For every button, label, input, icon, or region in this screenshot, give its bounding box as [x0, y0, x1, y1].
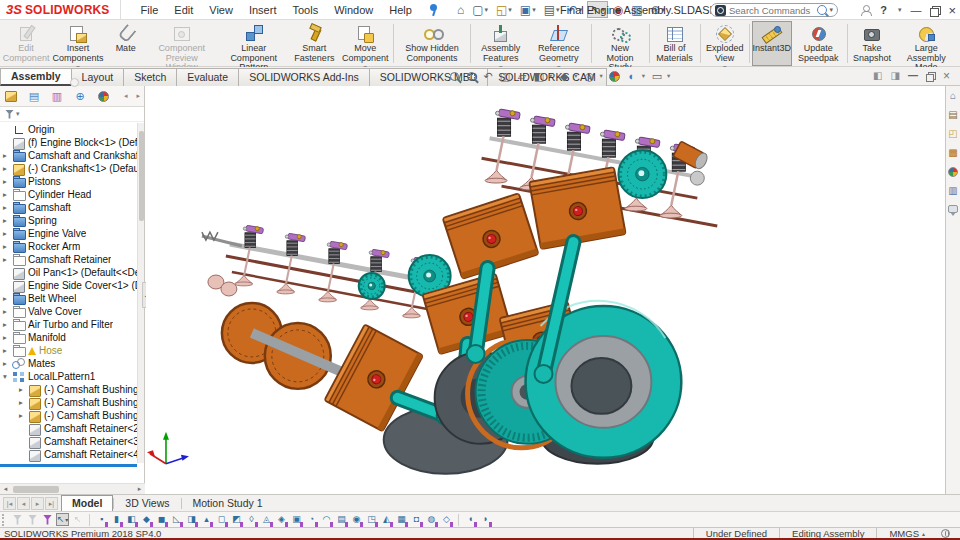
linear-component-pattern-button[interactable]: Linear Component Pattern▾: [218, 21, 290, 66]
tree-item-camshaft-bushing-2[interactable]: ▸(-) Camshaft Bushing<2>: [0, 383, 137, 396]
design-library-icon[interactable]: ▤: [948, 110, 957, 120]
menu-edit[interactable]: Edit: [166, 4, 201, 16]
scroll-right-icon[interactable]: ▸: [134, 485, 145, 493]
tree-item-air-turbo-and-filter[interactable]: ▸Air Turbo and Filter: [0, 318, 137, 331]
custom-properties-icon[interactable]: ▥: [948, 186, 957, 196]
tree-item-camshaft-retainer-4-de[interactable]: Camshaft Retainer<4> (De: [0, 448, 137, 461]
tree-item-origin[interactable]: Origin: [0, 123, 137, 136]
filter-balloons-icon[interactable]: ◇: [440, 513, 453, 526]
take-snapshot-button[interactable]: Take Snapshot: [849, 21, 894, 66]
search-icon[interactable]: [817, 5, 827, 15]
view-settings-icon[interactable]: ▭: [650, 69, 664, 83]
last-tab-button[interactable]: ▸|: [45, 497, 58, 510]
search-box[interactable]: ▾: [710, 3, 838, 17]
expand-closed-icon[interactable]: ▸: [3, 321, 12, 329]
tree-item-engine-side-cover-1-default[interactable]: Engine Side Cover<1> (Default: [0, 279, 137, 292]
tree-item-camshaft-retainer[interactable]: ▸Camshaft Retainer: [0, 253, 137, 266]
bill-of-materials-button[interactable]: Bill of Materials: [652, 21, 698, 66]
filter-sketch-points-icon[interactable]: ▴: [200, 513, 213, 526]
hide-face-icon[interactable]: ◖: [464, 513, 477, 526]
appearances-scenes-icon[interactable]: [948, 167, 958, 177]
tab-sketch[interactable]: Sketch: [123, 68, 177, 86]
split-pane-left-icon[interactable]: ◧: [873, 71, 882, 81]
timing-gear[interactable]: [618, 150, 666, 198]
scrollbar-thumb[interactable]: [13, 486, 59, 493]
filter-blocks-icon[interactable]: ◘: [410, 513, 423, 526]
filter-axes-icon[interactable]: ◺: [170, 513, 183, 526]
restore-button[interactable]: [930, 6, 939, 15]
expand-closed-icon[interactable]: ▸: [3, 191, 12, 199]
doc-minimize-button[interactable]: —: [908, 71, 918, 81]
open-button[interactable]: ◱▾: [493, 1, 515, 18]
previous-view-icon[interactable]: ↶: [481, 69, 495, 83]
first-tab-button[interactable]: |◂: [3, 497, 16, 510]
tree-item-cylinder-head[interactable]: ▸Cylinder Head: [0, 188, 137, 201]
dropdown-caret-icon[interactable]: ▾: [532, 6, 536, 14]
instant3d-button[interactable]: Instant3D: [752, 21, 792, 66]
tab-solidworks-add-ins[interactable]: SOLIDWORKS Add-Ins: [238, 68, 370, 86]
filter-edges-icon[interactable]: ▮: [110, 513, 123, 526]
smart-fasteners-button[interactable]: Smart Fasteners: [290, 21, 339, 66]
dynamic-annotation-views-icon[interactable]: ▱: [515, 69, 529, 83]
expand-closed-icon[interactable]: ▸: [3, 308, 12, 316]
camshaft-rocker-assembly[interactable]: [202, 225, 454, 318]
section-view-icon[interactable]: ◫: [498, 69, 512, 83]
dropdown-caret-icon[interactable]: ▾: [574, 72, 577, 80]
solidworks-forum-icon[interactable]: [948, 205, 958, 213]
minimize-button[interactable]: —: [910, 5, 921, 16]
graphics-viewport[interactable]: [146, 86, 945, 494]
close-button[interactable]: ×: [948, 4, 956, 17]
zoom-to-area-icon[interactable]: [464, 69, 478, 83]
filter-dropdown-icon[interactable]: ▾: [16, 110, 20, 118]
expand-closed-icon[interactable]: ▸: [3, 243, 12, 251]
filter-cosmetic-threads-icon[interactable]: ◬: [260, 513, 273, 526]
exploded-view-button[interactable]: Exploded View▾: [702, 21, 747, 66]
large-assembly-mode-button[interactable]: Large Assembly Mode: [895, 21, 959, 66]
filter-midpoints-icon[interactable]: ◩: [230, 513, 243, 526]
insert-components-button[interactable]: Insert Components▾: [50, 21, 105, 66]
tree-item-mates[interactable]: ▸Mates: [0, 357, 137, 370]
tree-item-oil-pan-1-default-default[interactable]: Oil Pan<1> (Default<<Default: [0, 266, 137, 279]
model-tab-motion-study-1[interactable]: Motion Study 1: [182, 495, 274, 511]
filter-hatch-icon[interactable]: ▦: [395, 513, 408, 526]
tree-item-camshaft-retainer-2-de[interactable]: Camshaft Retainer<2> (De: [0, 422, 137, 435]
tree-item-camshaft-bushing-3[interactable]: ▸(-) Camshaft Bushing<3>: [0, 396, 137, 409]
expand-closed-icon[interactable]: ▸: [3, 347, 12, 355]
edit-appearance-icon[interactable]: [608, 69, 622, 83]
select-secondary-icon[interactable]: ↖: [71, 513, 84, 526]
tree-item-rocker-arm[interactable]: ▸Rocker Arm: [0, 240, 137, 253]
expand-closed-icon[interactable]: ▸: [3, 204, 12, 212]
tree-item-manifold[interactable]: ▸Manifold: [0, 331, 137, 344]
expand-closed-icon[interactable]: ▸: [19, 386, 28, 394]
filter-datums-icon[interactable]: ◉: [350, 513, 363, 526]
user-account-icon[interactable]: [860, 5, 871, 16]
scrollbar-thumb[interactable]: [139, 131, 144, 221]
tree-item-pistons[interactable]: ▸Pistons: [0, 175, 137, 188]
filter-tables-icon[interactable]: ▤: [335, 513, 348, 526]
expand-closed-icon[interactable]: ▸: [19, 399, 28, 407]
toolbar-grip[interactable]: [2, 514, 6, 526]
tab-evaluate[interactable]: Evaluate: [176, 68, 239, 86]
split-pane-right-icon[interactable]: ◨: [891, 71, 900, 81]
select-arrow-icon[interactable]: ↖▾: [56, 513, 69, 526]
engine-assembly-model[interactable]: [146, 86, 945, 494]
filter-geometric-tolerances-icon[interactable]: ◭: [380, 513, 393, 526]
tab-featuremanager[interactable]: [4, 90, 18, 103]
search-input[interactable]: [726, 5, 817, 16]
tree-item-f-engine-block-1-default[interactable]: (f) Engine Block<1> (Default<-: [0, 136, 137, 149]
dropdown-caret-icon[interactable]: ▾: [508, 6, 512, 14]
tree-item-crankshaft-1-default-d[interactable]: ▸(-) Crankshaft<1> (Default<<D: [0, 162, 137, 175]
menu-tools[interactable]: Tools: [284, 4, 326, 16]
expand-closed-icon[interactable]: ▸: [3, 295, 12, 303]
menu-file[interactable]: File: [133, 4, 167, 16]
tree-item-camshaft-and-crankshaft-bush[interactable]: ▸Camshaft and Crankshaft Bush: [0, 149, 137, 162]
tab-assembly[interactable]: Assembly: [0, 68, 72, 86]
expand-closed-icon[interactable]: ▸: [3, 334, 12, 342]
filter-icon[interactable]: [5, 110, 14, 119]
filter-vertices-icon[interactable]: ▪: [95, 513, 108, 526]
expand-closed-icon[interactable]: ▸: [3, 360, 12, 368]
assembly-features-button[interactable]: Assembly Features▾: [473, 21, 529, 66]
filter-clear-icon[interactable]: [26, 513, 39, 526]
doc-restore-button[interactable]: [926, 72, 935, 81]
timing-gear[interactable]: [359, 273, 385, 299]
